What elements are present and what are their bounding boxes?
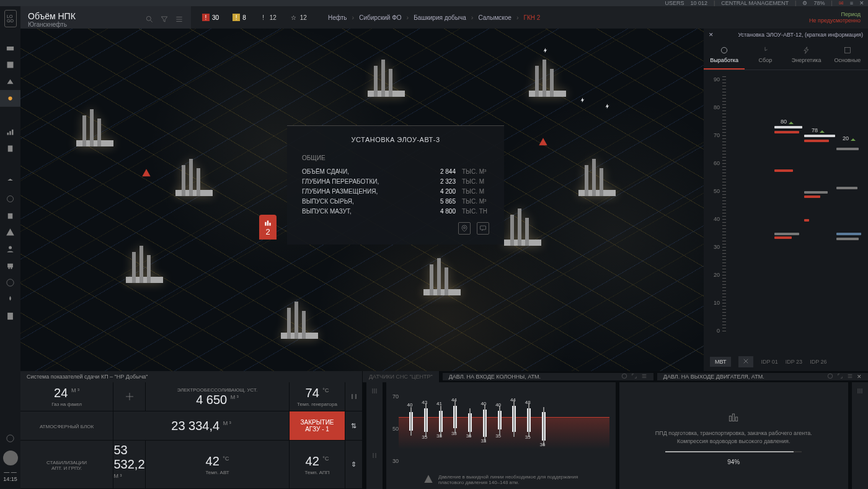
tune-icon[interactable] bbox=[856, 387, 864, 396]
close-icon[interactable]: ✕ bbox=[859, 0, 864, 6]
crumb-active[interactable]: ГКН 2 bbox=[524, 14, 541, 21]
expand-icon[interactable] bbox=[837, 373, 843, 380]
rail-item-13[interactable] bbox=[0, 241, 20, 258]
drag-icon[interactable]: ⇅ bbox=[345, 411, 363, 441]
svg-rect-14 bbox=[7, 313, 13, 320]
svg-rect-6 bbox=[8, 146, 13, 152]
settings-icon[interactable] bbox=[345, 382, 363, 411]
panel-kpi: 24 М ³Газ на факел ЭЛЕКТРООБЕССОЛИВАЮЩ. … bbox=[20, 382, 363, 489]
p3-header: ДАВЛ. НА ВЫХОДЕ ДВИГАТЕЛЯ, АТМ. ✕ bbox=[653, 373, 868, 380]
search-icon[interactable] bbox=[145, 15, 154, 25]
sort-icon[interactable]: ⇕ bbox=[345, 441, 363, 489]
alert-cell[interactable]: ЗАКРЫТИЕАГЗУ - 1 bbox=[290, 411, 345, 441]
central-management[interactable]: CENTRAL MANAGEMENT bbox=[721, 0, 789, 6]
left-rail: LOGO — —14:15 bbox=[0, 6, 20, 489]
logo[interactable]: LOGO bbox=[4, 10, 17, 27]
alert-starred[interactable]: ☆12 bbox=[286, 12, 311, 22]
svg-rect-1 bbox=[7, 62, 14, 68]
map-alert-icon[interactable] bbox=[141, 168, 151, 178]
menu-icon[interactable]: ≡ bbox=[850, 0, 853, 6]
svg-rect-21 bbox=[480, 226, 486, 230]
filter-icon[interactable] bbox=[160, 15, 169, 25]
rail-item-3[interactable] bbox=[0, 73, 20, 90]
progress-bar bbox=[665, 451, 802, 452]
rail-item-5[interactable] bbox=[0, 107, 20, 123]
rpanel-tab-energy[interactable]: Энергетика bbox=[786, 41, 827, 70]
close-icon[interactable]: ✕ bbox=[857, 374, 862, 380]
settings-icon[interactable]: ⚙ bbox=[802, 0, 807, 6]
svg-point-22 bbox=[721, 47, 727, 53]
svg-rect-4 bbox=[9, 131, 11, 135]
alert-info[interactable]: !12 bbox=[256, 12, 280, 22]
rail-item-15[interactable] bbox=[0, 274, 20, 291]
svg-point-2 bbox=[8, 96, 12, 100]
map-spark-icon[interactable] bbox=[578, 97, 587, 105]
map-spark-icon[interactable] bbox=[603, 103, 612, 112]
svg-rect-17 bbox=[265, 222, 266, 225]
rpanel-title: Установка ЭЛОУ-АВТ-12, (краткая информац… bbox=[719, 32, 863, 38]
rail-item-9[interactable] bbox=[0, 174, 20, 191]
rail-item-2[interactable] bbox=[0, 56, 20, 73]
svg-rect-8 bbox=[8, 213, 13, 219]
list-icon[interactable] bbox=[175, 15, 184, 25]
tooltip-title: УСТАНОВКА ЭЛОУ-АВТ-3 bbox=[302, 136, 489, 143]
tune-icon[interactable] bbox=[371, 387, 378, 396]
rail-item-10[interactable] bbox=[0, 191, 20, 207]
svg-rect-3 bbox=[7, 133, 9, 135]
rpanel-foot-icon[interactable] bbox=[738, 356, 753, 367]
crumb[interactable]: Салымское bbox=[478, 14, 511, 21]
rail-item-17[interactable] bbox=[0, 308, 20, 325]
rail-item-4-active[interactable] bbox=[0, 90, 20, 107]
rpanel-tab-main[interactable]: Основные bbox=[827, 41, 868, 70]
rail-item-16[interactable] bbox=[0, 291, 20, 308]
marker-count: 2 bbox=[265, 227, 270, 236]
topbar: USERS 10 012 | CENTRAL MANAGEMENT | ⚙ 78… bbox=[0, 0, 868, 6]
tooltip-group: ОБЩИЕ bbox=[302, 155, 489, 161]
expand-icon[interactable] bbox=[631, 373, 637, 380]
map-marker[interactable]: 2 bbox=[259, 215, 277, 240]
swap-icon[interactable] bbox=[371, 452, 378, 460]
tooltip-chat-icon[interactable] bbox=[477, 222, 489, 235]
rpanel-tab-output[interactable]: Выработка bbox=[704, 41, 745, 70]
menu-icon[interactable] bbox=[641, 373, 647, 380]
rail-item-6[interactable] bbox=[0, 123, 20, 140]
menu-icon[interactable] bbox=[847, 373, 853, 380]
rpanel-idp[interactable]: IDP 23 bbox=[786, 359, 802, 365]
tooltip-locate-icon[interactable] bbox=[458, 222, 471, 235]
crumb[interactable]: Нефть bbox=[328, 14, 347, 21]
close-icon[interactable]: ✕ bbox=[709, 32, 714, 38]
avatar[interactable] bbox=[3, 451, 18, 465]
add-icon[interactable] bbox=[113, 382, 146, 411]
rail-item-7[interactable] bbox=[0, 140, 20, 157]
svg-point-15 bbox=[7, 435, 14, 442]
rpanel-idp[interactable]: IDP 01 bbox=[761, 359, 777, 365]
svg-point-12 bbox=[11, 267, 12, 269]
svg-point-16 bbox=[146, 16, 151, 20]
map-spark-icon[interactable] bbox=[541, 47, 550, 56]
svg-point-9 bbox=[9, 246, 12, 249]
percent: 78% bbox=[813, 0, 825, 6]
alert-critical[interactable]: !30 bbox=[198, 12, 223, 22]
panel-side-controls-2 bbox=[852, 382, 868, 489]
mail-icon[interactable]: ✉ bbox=[839, 0, 844, 6]
crumb[interactable]: Сибирский ФО bbox=[359, 14, 401, 21]
panel-pressure-in: 705030 40 43 35 41 38 44 38 36 40 33 40 … bbox=[386, 382, 616, 489]
clock: — —14:15 bbox=[3, 469, 17, 483]
svg-point-20 bbox=[464, 227, 466, 229]
strip-dim: ДАТЧИКИ СНС "ЦЕНТР" bbox=[363, 371, 439, 382]
rail-help-icon[interactable] bbox=[0, 430, 20, 447]
rail-item-12[interactable] bbox=[0, 224, 20, 241]
rail-item-8[interactable] bbox=[0, 157, 20, 174]
rail-item-14[interactable] bbox=[0, 258, 20, 274]
rpanel-foot-select[interactable]: МВТ bbox=[710, 357, 731, 367]
svg-rect-28 bbox=[736, 417, 738, 421]
rpanel-idp[interactable]: IDP 26 bbox=[810, 359, 826, 365]
rpanel-tab-collection[interactable]: Сбор bbox=[745, 41, 786, 70]
info-icon[interactable] bbox=[827, 373, 833, 380]
alert-warning[interactable]: !8 bbox=[229, 12, 250, 22]
rail-item-11[interactable] bbox=[0, 207, 20, 224]
crumb[interactable]: Башкирия добыча bbox=[414, 14, 466, 21]
map-alert-icon[interactable] bbox=[538, 137, 548, 147]
info-icon[interactable] bbox=[621, 373, 627, 380]
rail-item-1[interactable] bbox=[0, 40, 20, 56]
